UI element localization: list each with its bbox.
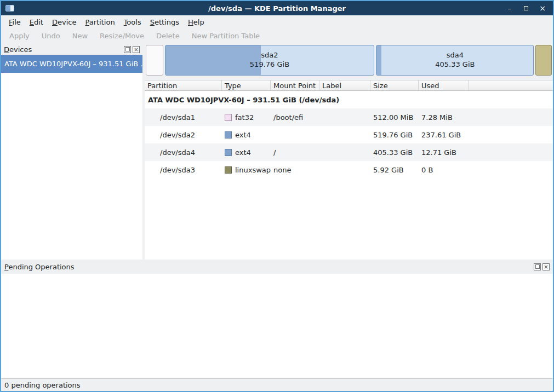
menu-file[interactable]: File <box>4 17 25 27</box>
menu-help[interactable]: Help <box>184 17 209 27</box>
ext4-swatch-icon <box>225 131 232 139</box>
used-overlay <box>165 45 261 75</box>
cell-mount-point: / <box>271 148 319 157</box>
fs-type-label: ext4 <box>235 148 251 157</box>
devices-panel-header: Devices × <box>1 44 142 55</box>
column-header-type[interactable]: Type <box>222 80 271 90</box>
table-header: Partition Type Mount Point Label Size Us… <box>145 80 553 91</box>
cell-size: 5.92 GiB <box>370 166 419 174</box>
menu-tools[interactable]: Tools <box>119 17 146 27</box>
segment-size: 519.76 GiB <box>250 60 289 70</box>
devices-float-button[interactable] <box>124 46 131 53</box>
delete-button[interactable]: Delete <box>150 30 186 42</box>
toolbar: Apply Undo New Resize/Move Delete New Pa… <box>1 28 553 43</box>
kde-partition-manager-window: /dev/sda — KDE Partition Manager – × Fil… <box>0 0 554 392</box>
partition-segment-sda1[interactable] <box>146 45 163 76</box>
titlebar[interactable]: /dev/sda — KDE Partition Manager – × <box>1 1 553 15</box>
new-partition-table-button[interactable]: New Partition Table <box>186 30 266 42</box>
fat32-swatch-icon <box>225 114 232 121</box>
cell-partition: /dev/sda1 <box>145 113 222 122</box>
main-area: Devices × ATA WDC WD10JPVX-60J – 931.51 … <box>1 43 553 260</box>
resize-move-button[interactable]: Resize/Move <box>94 30 150 42</box>
device-list: ATA WDC WD10JPVX-60J – 931.51 GiB ... <box>1 55 142 260</box>
devices-panel: Devices × ATA WDC WD10JPVX-60J – 931.51 … <box>1 43 142 260</box>
column-header-used[interactable]: Used <box>419 80 469 90</box>
partition-segment-sda2[interactable]: sda2 519.76 GiB <box>165 45 375 76</box>
menu-partition[interactable]: Partition <box>81 17 119 27</box>
cell-mount-point: /boot/efi <box>271 113 319 122</box>
table-row[interactable]: /dev/sda1 fat32 /boot/efi 512.00 MiB 7.2… <box>145 108 553 126</box>
cell-used: 12.71 GiB <box>419 148 469 157</box>
devices-panel-title: Devices <box>4 45 32 54</box>
pending-operations-panel: Pending Operations × <box>1 260 553 378</box>
status-text: 0 pending operations <box>4 381 81 389</box>
cell-used: 7.28 MiB <box>419 113 469 122</box>
partition-pane: sda2 519.76 GiB sda4 405.33 GiB Partitio… <box>145 43 553 260</box>
fs-type-label: ext4 <box>235 131 251 139</box>
pending-close-button[interactable]: × <box>542 263 550 270</box>
column-header-partition[interactable]: Partition <box>145 80 222 90</box>
maximize-icon <box>524 6 528 10</box>
pending-operations-header: Pending Operations × <box>1 260 553 274</box>
window-title: /dev/sda — KDE Partition Manager <box>1 4 553 13</box>
cell-mount-point: none <box>271 166 319 174</box>
pending-operations-list <box>1 274 553 378</box>
device-item-selected[interactable]: ATA WDC WD10JPVX-60J – 931.51 GiB ... <box>1 55 142 73</box>
table-row[interactable]: /dev/sda3 linuxswap none 5.92 GiB 0 B <box>145 161 553 178</box>
pending-operations-title: Pending Operations <box>4 263 75 271</box>
cell-type: ext4 <box>222 131 271 139</box>
partition-segment-sda3[interactable] <box>535 45 552 76</box>
undo-button[interactable]: Undo <box>36 30 66 42</box>
cell-type: ext4 <box>222 148 271 157</box>
cell-type: linuxswap <box>222 166 271 174</box>
menu-edit[interactable]: Edit <box>25 17 48 27</box>
cell-used: 0 B <box>419 166 469 174</box>
menu-settings[interactable]: Settings <box>146 17 184 27</box>
ext4-swatch-icon <box>225 149 232 156</box>
segment-name: sda4 <box>447 51 464 60</box>
partition-bar: sda2 519.76 GiB sda4 405.33 GiB <box>146 45 552 76</box>
app-icon <box>5 5 14 11</box>
segment-name: sda2 <box>261 51 278 60</box>
minimize-button[interactable]: – <box>506 4 513 12</box>
table-row[interactable]: /dev/sda2 ext4 519.76 GiB 237.61 GiB <box>145 126 553 143</box>
menu-device[interactable]: Device <box>48 17 81 27</box>
used-overlay <box>376 45 381 75</box>
pending-float-button[interactable] <box>534 263 541 270</box>
partition-segment-sda4[interactable]: sda4 405.33 GiB <box>376 45 534 76</box>
linuxswap-swatch-icon <box>225 166 232 174</box>
column-header-label[interactable]: Label <box>319 80 370 90</box>
cell-partition: /dev/sda2 <box>145 131 222 139</box>
fs-type-label: fat32 <box>235 113 254 122</box>
cell-partition: /dev/sda4 <box>145 148 222 157</box>
partition-bar-wrap: sda2 519.76 GiB sda4 405.33 GiB <box>145 43 553 80</box>
menubar: File Edit Device Partition Tools Setting… <box>1 15 553 28</box>
maximize-button[interactable] <box>522 4 530 12</box>
fs-type-label: linuxswap <box>235 166 271 174</box>
column-header-filler <box>469 80 553 90</box>
cell-partition: /dev/sda3 <box>145 166 222 174</box>
segment-size: 405.33 GiB <box>435 60 475 70</box>
cell-type: fat32 <box>222 113 271 122</box>
new-button[interactable]: New <box>66 30 94 42</box>
close-button[interactable]: × <box>539 4 546 12</box>
column-header-mount-point[interactable]: Mount Point <box>271 80 319 90</box>
devices-close-button[interactable]: × <box>133 46 140 53</box>
apply-button[interactable]: Apply <box>3 30 36 42</box>
cell-size: 405.33 GiB <box>370 148 419 157</box>
cell-size: 519.76 GiB <box>370 131 419 139</box>
cell-size: 512.00 MiB <box>370 113 419 122</box>
table-row[interactable]: /dev/sda4 ext4 / 405.33 GiB 12.71 GiB <box>145 143 553 161</box>
cell-used: 237.61 GiB <box>419 131 469 139</box>
column-header-size[interactable]: Size <box>370 80 419 90</box>
statusbar: 0 pending operations <box>1 378 553 391</box>
device-row[interactable]: ATA WDC WD10JPVX-60J – 931.51 GiB (/dev/… <box>145 91 553 108</box>
partition-table: ATA WDC WD10JPVX-60J – 931.51 GiB (/dev/… <box>145 91 553 260</box>
